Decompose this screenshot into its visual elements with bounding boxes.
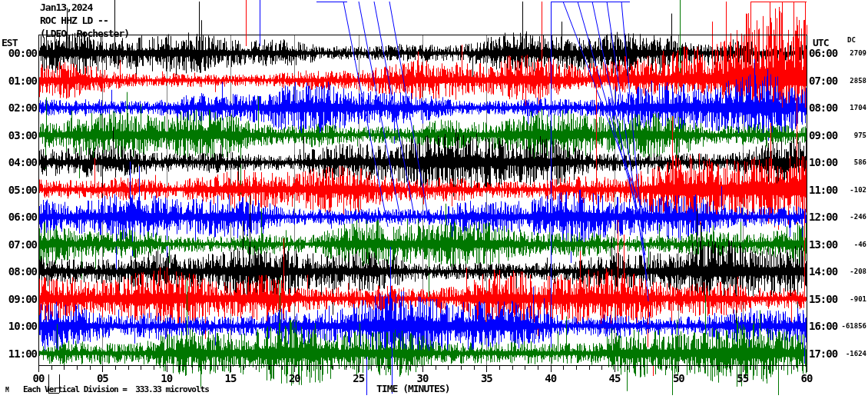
utc-hour-label: 15:00 [809,293,837,305]
utc-hour-label: 09:00 [809,129,837,141]
dc-value: -208 [834,268,866,275]
scale-note: Each Vertical Division = 333.33 microvol… [23,384,209,394]
utc-hour-label: 10:00 [809,156,837,168]
utc-hour-label: 17:00 [809,347,837,360]
est-hour-label: 09:00 [0,293,37,305]
utc-hour-label: 06:00 [809,47,837,59]
x-tick-label: 15 [217,372,244,384]
dc-value: 586 [834,158,866,166]
x-tick-label: 35 [472,372,500,384]
x-tick-label: 20 [280,372,308,384]
dc-value: -46 [834,241,866,248]
utc-hour-label: 08:00 [809,101,837,114]
est-hour-label: 07:00 [0,238,37,251]
utc-hour-label: 13:00 [809,238,837,251]
utc-hour-label: 14:00 [809,265,837,278]
x-axis-title: TIME (MINUTES) [376,383,450,394]
est-hour-label: 03:00 [0,129,37,141]
est-hour-label: 05:00 [0,184,37,196]
dc-value: 2858 [834,77,866,85]
est-hour-label: 10:00 [0,320,37,332]
station-label: (LDEO, Rochester) [40,28,129,39]
dc-value: -61856 [834,322,866,330]
corner-glyph: M [5,387,9,394]
est-hour-label: 11:00 [0,347,37,360]
est-hour-label: 06:00 [0,211,37,223]
helicorder-app: Jan13,2024 ROC HHZ LD -- (LDEO, Rocheste… [0,0,868,399]
est-hour-label: 01:00 [0,75,37,87]
x-tick-label: 55 [729,372,757,384]
dc-value: -1624 [834,350,866,357]
est-hour-label: 08:00 [0,265,37,278]
x-tick-label: 05 [88,372,116,384]
date-label: Jan13,2024 [40,2,92,13]
dc-value: 1704 [834,104,866,111]
x-tick-label: 50 [664,372,692,384]
est-hour-label: 02:00 [0,101,37,114]
dc-value: 2709 [834,49,866,57]
dc-value: -246 [834,213,866,221]
utc-hour-label: 12:00 [809,211,837,223]
est-hour-label: 04:00 [0,156,37,168]
x-tick-label: 00 [25,372,52,384]
dc-axis-header: DC [847,36,856,44]
dc-value: 975 [834,131,866,139]
utc-hour-label: 11:00 [809,184,837,196]
x-tick-label: 40 [537,372,565,384]
dc-value: -901 [834,295,866,303]
x-tick-label: 10 [153,372,181,384]
x-tick-label: 45 [601,372,628,384]
channel-label: ROC HHZ LD -- [40,15,108,26]
utc-hour-label: 07:00 [809,75,837,87]
helicorder-canvas [0,0,868,399]
x-tick-label: 60 [793,372,820,384]
dc-value: -102 [834,186,866,194]
x-tick-label: 25 [345,372,373,384]
utc-hour-label: 16:00 [809,320,837,332]
est-hour-label: 00:00 [0,47,37,59]
